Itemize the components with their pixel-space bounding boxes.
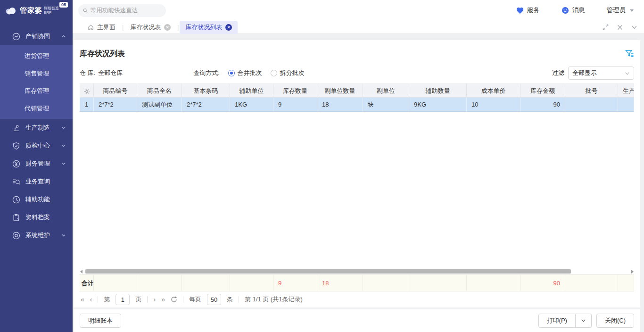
cell-batch-no <box>565 98 618 112</box>
sidebar-nav: 产销协同 进货管理 销售管理 库存管理 代销管理 生产制造 质检中心 <box>0 27 73 244</box>
tab-inventory-list-active[interactable]: 库存状况列表 ✕ <box>180 21 238 34</box>
chevron-down-icon <box>61 125 66 130</box>
service-menu[interactable]: 服务 <box>516 6 540 15</box>
column-settings[interactable] <box>80 83 94 98</box>
last-page-button[interactable]: » <box>161 296 165 303</box>
radio-merge-batches[interactable]: 合并批次 <box>228 69 262 77</box>
sidebar-item-finance[interactable]: 财务管理 <box>0 155 73 173</box>
tab-separator: | <box>177 24 179 31</box>
yen-circle-icon <box>12 160 20 168</box>
sidebar-item-sales[interactable]: 销售管理 <box>0 65 73 82</box>
sidebar-item-manufacturing[interactable]: 生产制造 <box>0 119 73 137</box>
sidebar-item-label: 质检中心 <box>25 141 61 150</box>
query-mode-label: 查询方式: <box>193 69 220 77</box>
chevron-down-icon[interactable] <box>631 24 637 30</box>
chevron-down-icon <box>61 233 66 238</box>
tab-close-icon[interactable]: ✕ <box>164 24 171 31</box>
tab-home[interactable]: 主界面 <box>82 21 121 34</box>
print-button[interactable]: 打印(P) <box>538 314 576 328</box>
home-icon <box>88 24 94 30</box>
scroll-right-arrow-icon[interactable] <box>631 270 634 274</box>
app-name: 管家婆 <box>20 6 42 15</box>
cell-aux-qty: 9KG <box>409 98 467 112</box>
page-number-input[interactable] <box>116 294 130 305</box>
sidebar-item-archives[interactable]: 资料档案 <box>0 208 73 226</box>
close-icon[interactable] <box>617 25 623 30</box>
display-filter-select[interactable]: 全部显示 <box>568 66 634 80</box>
column-header[interactable]: 商品全名 <box>137 83 182 98</box>
warehouse-value: 全部仓库 <box>98 69 123 77</box>
fullscreen-icon[interactable] <box>603 24 609 30</box>
shield-check-icon <box>12 142 20 150</box>
content-area: 库存状况列表 仓 库: 全部仓库 查询方式: 合并批次 <box>73 34 644 332</box>
scroll-left-arrow-icon[interactable] <box>80 270 83 274</box>
refresh-icon[interactable] <box>171 296 177 303</box>
sidebar-item-quality[interactable]: 质检中心 <box>0 137 73 155</box>
pager-divider <box>98 296 98 303</box>
next-page-button[interactable]: › <box>153 296 156 303</box>
per-page-prefix-label: 每页 <box>189 295 201 304</box>
column-header[interactable]: 库存数量 <box>273 83 317 98</box>
scrollbar-thumb[interactable] <box>85 269 571 274</box>
per-page-input[interactable] <box>207 294 221 305</box>
page-prefix-label: 第 <box>104 295 110 304</box>
sidebar-item-consignment[interactable]: 代销管理 <box>0 100 73 117</box>
pager-divider <box>183 296 183 303</box>
gear-icon <box>83 88 90 95</box>
filter-funnel-icon[interactable] <box>625 50 634 58</box>
first-page-button[interactable]: « <box>81 296 84 303</box>
column-header[interactable]: 批号 <box>565 83 618 98</box>
sidebar-item-system-maintenance[interactable]: 系统维护 <box>0 226 73 244</box>
chevron-down-icon <box>61 143 66 148</box>
page-title: 库存状况列表 <box>80 49 125 59</box>
print-dropdown-button[interactable] <box>576 314 592 328</box>
sidebar-item-label: 生产制造 <box>25 124 61 132</box>
close-button[interactable]: 关闭(C) <box>596 314 634 328</box>
search-input[interactable] <box>91 7 161 14</box>
column-header[interactable]: 副单位 <box>363 83 409 98</box>
sidebar-item-business-query[interactable]: 业务查询 <box>0 173 73 191</box>
column-header[interactable]: 成本单价 <box>467 83 520 98</box>
totals-cell <box>618 274 634 291</box>
app-logo: 管家婆 辉煌智造ERP 05 <box>0 0 73 21</box>
chevron-down-icon <box>581 318 586 323</box>
sidebar-item-production-sales[interactable]: 产销协同 <box>0 27 73 45</box>
table-row-selected[interactable]: 1 2*7*2 测试副单位 2*7*2 1KG 9 18 块 9KG 10 90 <box>80 98 634 112</box>
user-menu[interactable]: 管理员 <box>607 6 634 15</box>
cell-sub-unit-qty: 18 <box>317 98 363 112</box>
sidebar-item-inventory[interactable]: 库存管理 <box>0 82 73 100</box>
table-header-row: 商品编号 商品全名 基本条码 辅助单位 库存数量 副单位数量 副单位 辅助数量 … <box>80 83 634 98</box>
column-header[interactable]: 基本条码 <box>182 83 230 98</box>
cell-product-code: 2*7*2 <box>94 98 137 112</box>
sidebar-item-label: 系统维护 <box>25 231 61 240</box>
detail-ledger-button[interactable]: 明细账本 <box>80 314 121 328</box>
footer-right-actions: 打印(P) 关闭(C) <box>538 314 634 328</box>
sidebar: 管家婆 辉煌智造ERP 05 产销协同 进货管理 销售管理 库存管理 代销管理 <box>0 0 73 332</box>
inventory-table: 商品编号 商品全名 基本条码 辅助单位 库存数量 副单位数量 副单位 辅助数量 … <box>80 83 634 307</box>
tab-inventory-report[interactable]: 库存状况表 ✕ <box>124 21 176 34</box>
horizontal-scrollbar <box>80 268 634 274</box>
cell-unit-cost: 10 <box>467 98 520 112</box>
heart-icon <box>516 7 524 14</box>
sidebar-item-purchase[interactable]: 进货管理 <box>0 47 73 65</box>
tabbar: 主界面 | 库存状况表 ✕ | 库存状况列表 ✕ <box>73 21 644 34</box>
display-filter: 过滤 全部显示 <box>552 66 634 80</box>
messages-menu[interactable]: 消息 <box>561 6 585 15</box>
column-header[interactable]: 辅助单位 <box>230 83 273 98</box>
prev-page-button[interactable]: ‹ <box>90 296 92 303</box>
totals-label: 合计 <box>80 274 94 291</box>
tab-close-icon[interactable]: ✕ <box>225 24 232 31</box>
cell-stock-qty: 9 <box>273 98 317 112</box>
column-header[interactable]: 库存金额 <box>520 83 565 98</box>
radio-split-batches[interactable]: 拆分批次 <box>271 69 305 77</box>
quick-search[interactable] <box>78 4 166 17</box>
print-button-group: 打印(P) <box>538 314 592 328</box>
column-header[interactable]: 副单位数量 <box>317 83 363 98</box>
column-header[interactable]: 辅助数量 <box>409 83 467 98</box>
sidebar-item-auxiliary[interactable]: 辅助功能 <box>0 191 73 208</box>
column-header[interactable]: 生产日期 <box>618 83 634 98</box>
column-header[interactable]: 商品编号 <box>94 83 137 98</box>
sidebar-item-label: 财务管理 <box>25 159 61 168</box>
cell-production-date <box>618 98 634 112</box>
footer-bar: 明细账本 打印(P) 关闭(C) <box>74 309 640 332</box>
